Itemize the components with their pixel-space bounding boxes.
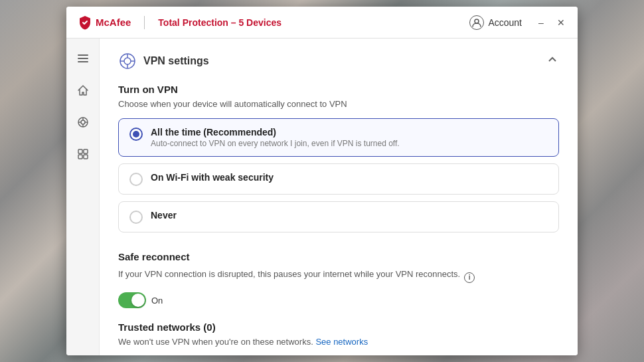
info-icon[interactable]: i — [464, 272, 475, 283]
radio-label-never: Never — [151, 210, 177, 221]
radio-option-all-the-time[interactable]: All the time (Recommended) Auto-connect … — [118, 118, 559, 157]
main-panel: VPN settings Turn on VPN Choose when you… — [100, 39, 578, 355]
mcafee-logo: McAfee — [77, 15, 131, 31]
vpn-settings-header: VPN settings — [118, 52, 559, 70]
radio-label-all-the-time: All the time (Recommended) — [151, 127, 400, 137]
svg-rect-12 — [78, 155, 82, 159]
radio-text-never: Never — [151, 210, 177, 221]
toggle-thumb — [131, 294, 145, 307]
turn-on-vpn-title: Turn on VPN — [118, 84, 559, 95]
svg-rect-11 — [84, 149, 88, 153]
radio-text-weak-security: On Wi-Fi with weak security — [151, 172, 274, 183]
app-window: McAfee Total Protection – 5 Devices Acco… — [66, 7, 578, 355]
content-area: VPN settings Turn on VPN Choose when you… — [66, 39, 578, 355]
turn-on-vpn-desc: Choose when your device will automatical… — [118, 99, 559, 109]
radio-label-weak-security: On Wi-Fi with weak security — [151, 172, 274, 183]
safe-reconnect-toggle-wrap: On — [118, 292, 559, 308]
mcafee-brand-name: McAfee — [96, 17, 131, 28]
trusted-networks-desc-text: We won't use VPN when you're on these ne… — [118, 337, 313, 347]
safe-reconnect-toggle[interactable] — [118, 292, 146, 308]
safe-reconnect-title: Safe reconnect — [118, 251, 190, 262]
radio-circle-never — [129, 211, 143, 224]
sidebar-item-home[interactable] — [72, 80, 94, 101]
mcafee-shield-icon — [77, 15, 93, 31]
svg-rect-13 — [84, 155, 88, 159]
safe-reconnect-desc: If your VPN connection is disrupted, thi… — [118, 269, 460, 279]
window-title: Total Protection – 5 Devices — [158, 17, 282, 28]
collapse-button[interactable] — [546, 53, 559, 69]
safe-reconnect-section: Safe reconnect If your VPN connection is… — [118, 251, 559, 308]
radio-sublabel-all-the-time: Auto-connect to VPN on every network I j… — [151, 139, 400, 148]
vpn-radio-group: All the time (Recommended) Auto-connect … — [118, 118, 559, 232]
brand-logo: McAfee Total Protection – 5 Devices — [77, 15, 282, 31]
svg-point-0 — [475, 19, 479, 23]
close-button[interactable]: ✕ — [555, 17, 567, 29]
safe-reconnect-header: Safe reconnect — [118, 251, 559, 266]
account-icon — [469, 15, 484, 30]
trusted-networks-desc: We won't use VPN when you're on these ne… — [118, 337, 559, 347]
radio-inner-all-the-time — [133, 131, 139, 137]
see-networks-link[interactable]: See networks — [315, 337, 368, 347]
sidebar-item-vpn[interactable] — [72, 112, 94, 133]
svg-point-5 — [81, 120, 85, 124]
trusted-networks-section: Trusted networks (0) We won't use VPN wh… — [118, 321, 559, 347]
vpn-settings-title: VPN settings — [143, 55, 209, 67]
window-controls: – ✕ — [535, 17, 567, 29]
svg-point-15 — [124, 58, 131, 64]
sidebar-item-apps[interactable] — [72, 143, 94, 165]
svg-rect-10 — [78, 149, 82, 153]
section-header-left: VPN settings — [118, 52, 209, 70]
titlebar: McAfee Total Protection – 5 Devices Acco… — [66, 7, 578, 39]
trusted-networks-title: Trusted networks (0) — [118, 321, 559, 333]
sidebar-item-menu[interactable] — [72, 48, 94, 69]
vpn-settings-icon — [118, 52, 137, 70]
account-button[interactable]: Account — [469, 15, 522, 30]
title-divider — [144, 16, 145, 29]
radio-option-never[interactable]: Never — [118, 201, 559, 232]
radio-option-weak-security[interactable]: On Wi-Fi with weak security — [118, 163, 559, 195]
account-label: Account — [488, 17, 522, 28]
radio-circle-weak-security — [129, 173, 143, 186]
sidebar — [66, 39, 100, 355]
toggle-on-label: On — [151, 296, 163, 306]
minimize-button[interactable]: – — [535, 17, 547, 29]
radio-circle-all-the-time — [129, 128, 143, 141]
radio-text-all-the-time: All the time (Recommended) Auto-connect … — [151, 127, 400, 148]
